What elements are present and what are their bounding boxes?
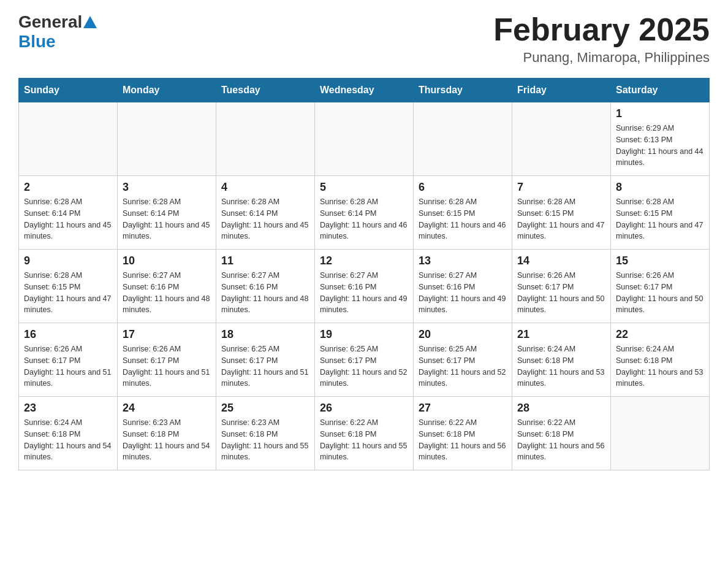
calendar-cell: 12Sunrise: 6:27 AMSunset: 6:16 PMDayligh…	[315, 250, 414, 323]
calendar-cell: 20Sunrise: 6:25 AMSunset: 6:17 PMDayligh…	[414, 323, 512, 397]
day-info: Sunrise: 6:25 AMSunset: 6:17 PMDaylight:…	[320, 343, 408, 389]
day-info: Sunrise: 6:25 AMSunset: 6:17 PMDaylight:…	[221, 343, 309, 389]
day-number: 18	[221, 328, 309, 341]
day-info: Sunrise: 6:27 AMSunset: 6:16 PMDaylight:…	[123, 270, 211, 316]
location-subtitle: Punang, Mimaropa, Philippines	[493, 50, 710, 66]
day-number: 26	[320, 402, 408, 415]
calendar-cell: 6Sunrise: 6:28 AMSunset: 6:15 PMDaylight…	[414, 176, 512, 250]
calendar-cell	[414, 102, 512, 176]
calendar-cell: 5Sunrise: 6:28 AMSunset: 6:14 PMDaylight…	[315, 176, 414, 250]
logo-general-text: General	[18, 12, 82, 32]
title-section: February 2025 Punang, Mimaropa, Philippi…	[493, 12, 710, 66]
day-number: 12	[320, 255, 408, 267]
weekday-header-monday: Monday	[118, 79, 216, 102]
calendar-cell	[19, 102, 118, 176]
day-info: Sunrise: 6:23 AMSunset: 6:18 PMDaylight:…	[123, 417, 211, 463]
weekday-header-wednesday: Wednesday	[315, 79, 414, 102]
day-info: Sunrise: 6:28 AMSunset: 6:14 PMDaylight:…	[221, 196, 309, 242]
calendar-table: SundayMondayTuesdayWednesdayThursdayFrid…	[18, 78, 710, 470]
calendar-cell	[512, 102, 611, 176]
logo: General Blue	[18, 12, 97, 52]
day-number: 19	[320, 328, 408, 341]
day-info: Sunrise: 6:26 AMSunset: 6:17 PMDaylight:…	[123, 343, 211, 389]
weekday-header-tuesday: Tuesday	[216, 79, 315, 102]
day-info: Sunrise: 6:28 AMSunset: 6:14 PMDaylight:…	[320, 196, 408, 242]
day-info: Sunrise: 6:27 AMSunset: 6:16 PMDaylight:…	[320, 270, 408, 316]
day-number: 11	[221, 255, 309, 267]
day-number: 13	[419, 255, 507, 267]
calendar-cell: 27Sunrise: 6:22 AMSunset: 6:18 PMDayligh…	[414, 397, 512, 470]
calendar-cell: 4Sunrise: 6:28 AMSunset: 6:14 PMDaylight…	[216, 176, 315, 250]
day-info: Sunrise: 6:28 AMSunset: 6:15 PMDaylight:…	[419, 196, 507, 242]
calendar-cell: 10Sunrise: 6:27 AMSunset: 6:16 PMDayligh…	[118, 250, 216, 323]
calendar-cell: 2Sunrise: 6:28 AMSunset: 6:14 PMDaylight…	[19, 176, 118, 250]
calendar-cell	[315, 102, 414, 176]
day-info: Sunrise: 6:28 AMSunset: 6:15 PMDaylight:…	[517, 196, 605, 242]
day-info: Sunrise: 6:26 AMSunset: 6:17 PMDaylight:…	[616, 270, 704, 316]
day-info: Sunrise: 6:28 AMSunset: 6:14 PMDaylight:…	[24, 196, 112, 242]
day-number: 6	[419, 181, 507, 194]
calendar-cell: 19Sunrise: 6:25 AMSunset: 6:17 PMDayligh…	[315, 323, 414, 397]
day-number: 24	[123, 402, 211, 415]
weekday-header-thursday: Thursday	[414, 79, 512, 102]
calendar-cell: 18Sunrise: 6:25 AMSunset: 6:17 PMDayligh…	[216, 323, 315, 397]
calendar-cell: 11Sunrise: 6:27 AMSunset: 6:16 PMDayligh…	[216, 250, 315, 323]
day-info: Sunrise: 6:27 AMSunset: 6:16 PMDaylight:…	[419, 270, 507, 316]
day-info: Sunrise: 6:28 AMSunset: 6:15 PMDaylight:…	[24, 270, 112, 316]
day-number: 5	[320, 181, 408, 194]
week-row-3: 9Sunrise: 6:28 AMSunset: 6:15 PMDaylight…	[19, 250, 710, 323]
calendar-cell: 17Sunrise: 6:26 AMSunset: 6:17 PMDayligh…	[118, 323, 216, 397]
calendar-cell	[216, 102, 315, 176]
day-info: Sunrise: 6:22 AMSunset: 6:18 PMDaylight:…	[517, 417, 605, 463]
logo-blue-text: Blue	[18, 32, 56, 51]
weekday-header-sunday: Sunday	[19, 79, 118, 102]
calendar-cell: 23Sunrise: 6:24 AMSunset: 6:18 PMDayligh…	[19, 397, 118, 470]
day-number: 16	[24, 328, 112, 341]
day-number: 23	[24, 402, 112, 415]
day-number: 7	[517, 181, 605, 194]
day-number: 17	[123, 328, 211, 341]
page-header: General Blue February 2025 Punang, Mimar…	[18, 12, 710, 66]
day-number: 21	[517, 328, 605, 341]
day-number: 25	[221, 402, 309, 415]
day-info: Sunrise: 6:28 AMSunset: 6:15 PMDaylight:…	[616, 196, 704, 242]
calendar-cell: 21Sunrise: 6:24 AMSunset: 6:18 PMDayligh…	[512, 323, 611, 397]
day-number: 20	[419, 328, 507, 341]
day-number: 4	[221, 181, 309, 194]
day-number: 1	[616, 107, 704, 120]
calendar-cell: 1Sunrise: 6:29 AMSunset: 6:13 PMDaylight…	[611, 102, 710, 176]
day-number: 2	[24, 181, 112, 194]
calendar-cell: 3Sunrise: 6:28 AMSunset: 6:14 PMDaylight…	[118, 176, 216, 250]
day-number: 10	[123, 255, 211, 267]
day-info: Sunrise: 6:26 AMSunset: 6:17 PMDaylight:…	[517, 270, 605, 316]
calendar-cell: 7Sunrise: 6:28 AMSunset: 6:15 PMDaylight…	[512, 176, 611, 250]
day-info: Sunrise: 6:25 AMSunset: 6:17 PMDaylight:…	[419, 343, 507, 389]
month-title: February 2025	[493, 12, 710, 47]
day-info: Sunrise: 6:28 AMSunset: 6:14 PMDaylight:…	[123, 196, 211, 242]
weekday-header-row: SundayMondayTuesdayWednesdayThursdayFrid…	[19, 79, 710, 102]
day-info: Sunrise: 6:22 AMSunset: 6:18 PMDaylight:…	[320, 417, 408, 463]
day-number: 14	[517, 255, 605, 267]
calendar-cell: 16Sunrise: 6:26 AMSunset: 6:17 PMDayligh…	[19, 323, 118, 397]
calendar-cell: 8Sunrise: 6:28 AMSunset: 6:15 PMDaylight…	[611, 176, 710, 250]
calendar-cell: 28Sunrise: 6:22 AMSunset: 6:18 PMDayligh…	[512, 397, 611, 470]
day-info: Sunrise: 6:27 AMSunset: 6:16 PMDaylight:…	[221, 270, 309, 316]
day-number: 8	[616, 181, 704, 194]
day-info: Sunrise: 6:26 AMSunset: 6:17 PMDaylight:…	[24, 343, 112, 389]
calendar-cell: 13Sunrise: 6:27 AMSunset: 6:16 PMDayligh…	[414, 250, 512, 323]
week-row-1: 1Sunrise: 6:29 AMSunset: 6:13 PMDaylight…	[19, 102, 710, 176]
calendar-cell: 26Sunrise: 6:22 AMSunset: 6:18 PMDayligh…	[315, 397, 414, 470]
calendar-cell	[611, 397, 710, 470]
day-info: Sunrise: 6:22 AMSunset: 6:18 PMDaylight:…	[419, 417, 507, 463]
svg-marker-0	[83, 16, 97, 28]
week-row-5: 23Sunrise: 6:24 AMSunset: 6:18 PMDayligh…	[19, 397, 710, 470]
day-number: 9	[24, 255, 112, 267]
calendar-cell: 22Sunrise: 6:24 AMSunset: 6:18 PMDayligh…	[611, 323, 710, 397]
logo-triangle-icon	[83, 16, 97, 28]
day-info: Sunrise: 6:29 AMSunset: 6:13 PMDaylight:…	[616, 123, 704, 169]
day-info: Sunrise: 6:24 AMSunset: 6:18 PMDaylight:…	[24, 417, 112, 463]
day-number: 22	[616, 328, 704, 341]
calendar-cell: 25Sunrise: 6:23 AMSunset: 6:18 PMDayligh…	[216, 397, 315, 470]
day-number: 27	[419, 402, 507, 415]
week-row-4: 16Sunrise: 6:26 AMSunset: 6:17 PMDayligh…	[19, 323, 710, 397]
